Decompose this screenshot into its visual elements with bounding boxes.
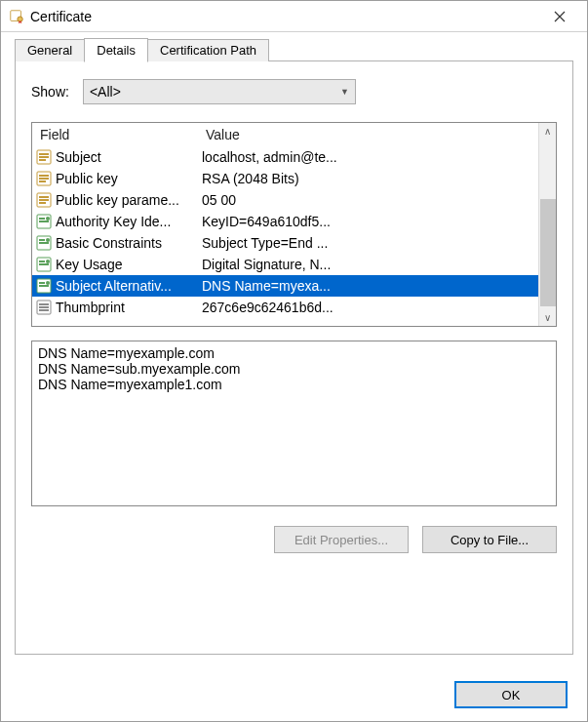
row-value: localhost, admin@te... <box>202 149 534 165</box>
field-icon <box>36 192 52 208</box>
list-row[interactable]: Public key parame...05 00 <box>32 189 538 211</box>
scroll-thumb[interactable] <box>540 199 556 306</box>
ext-icon <box>36 257 52 272</box>
tab-details[interactable]: Details <box>84 38 148 62</box>
list-row[interactable]: Authority Key Ide...KeyID=649a610df5... <box>32 211 538 232</box>
fields-list[interactable]: Field Value Subjectlocalhost, admin@te..… <box>31 122 557 327</box>
thumb-icon <box>36 300 52 315</box>
row-value: KeyID=649a610df5... <box>202 214 534 229</box>
row-field: Basic Constraints <box>56 235 202 251</box>
column-value[interactable]: Value <box>198 124 538 145</box>
show-dropdown[interactable]: <All> ▼ <box>83 79 356 104</box>
field-icon <box>36 149 52 165</box>
edit-properties-button: Edit Properties... <box>274 526 409 553</box>
scroll-up-icon[interactable]: ∧ <box>544 126 551 137</box>
fields-list-header: Field Value <box>32 123 538 146</box>
show-label: Show: <box>31 84 69 100</box>
window-title: Certificate <box>30 9 540 24</box>
row-field: Key Usage <box>56 257 202 272</box>
tab-strip: General Details Certification Path <box>15 38 573 61</box>
row-value: DNS Name=myexa... <box>202 278 534 294</box>
list-row[interactable]: Thumbprint267c6e9c62461b6d... <box>32 297 538 318</box>
dialog-footer: OK <box>1 668 587 721</box>
ext-icon <box>36 278 52 294</box>
fields-list-body: Field Value Subjectlocalhost, admin@te..… <box>32 123 538 326</box>
certificate-dialog: Certificate General Details Certificatio… <box>0 0 588 722</box>
row-field: Public key parame... <box>56 192 202 208</box>
close-button[interactable] <box>540 3 579 30</box>
row-field: Authority Key Ide... <box>56 214 202 229</box>
titlebar: Certificate <box>1 1 587 32</box>
list-row[interactable]: Key UsageDigital Signature, N... <box>32 254 538 275</box>
field-icon <box>36 171 52 186</box>
row-value: Digital Signature, N... <box>202 257 534 272</box>
row-field: Thumbprint <box>56 300 202 315</box>
list-row[interactable]: Basic ConstraintsSubject Type=End ... <box>32 232 538 254</box>
scroll-down-icon[interactable]: ∨ <box>544 312 551 323</box>
tab-general[interactable]: General <box>15 39 85 61</box>
dialog-content: General Details Certification Path Show:… <box>1 32 587 668</box>
tab-certification-path[interactable]: Certification Path <box>147 39 269 61</box>
row-field: Public key <box>56 171 202 186</box>
list-row[interactable]: Subject Alternativ...DNS Name=myexa... <box>32 275 538 297</box>
chevron-down-icon: ▼ <box>340 87 349 97</box>
row-value: RSA (2048 Bits) <box>202 171 534 186</box>
copy-to-file-button[interactable]: Copy to File... <box>422 526 557 553</box>
list-row[interactable]: Public keyRSA (2048 Bits) <box>32 168 538 189</box>
close-icon <box>554 11 566 22</box>
show-filter-row: Show: <All> ▼ <box>31 79 557 104</box>
ext-icon <box>36 235 52 251</box>
ok-button[interactable]: OK <box>454 681 568 708</box>
fields-list-scrollbar[interactable]: ∧ ∨ <box>538 123 556 326</box>
row-field: Subject Alternativ... <box>56 278 202 294</box>
certificate-icon <box>9 9 24 24</box>
panel-button-row: Edit Properties... Copy to File... <box>31 526 557 553</box>
list-row[interactable]: Subjectlocalhost, admin@te... <box>32 146 538 168</box>
ext-icon <box>36 214 52 229</box>
details-panel: Show: <All> ▼ Field Value Subjectlocalho… <box>15 60 573 655</box>
row-field: Subject <box>56 149 202 165</box>
row-value: 05 00 <box>202 192 534 208</box>
column-field[interactable]: Field <box>32 124 198 145</box>
field-detail-text[interactable]: DNS Name=myexample.com DNS Name=sub.myex… <box>31 341 557 506</box>
show-dropdown-value: <All> <box>90 84 340 100</box>
row-value: Subject Type=End ... <box>202 235 534 251</box>
row-value: 267c6e9c62461b6d... <box>202 300 534 315</box>
